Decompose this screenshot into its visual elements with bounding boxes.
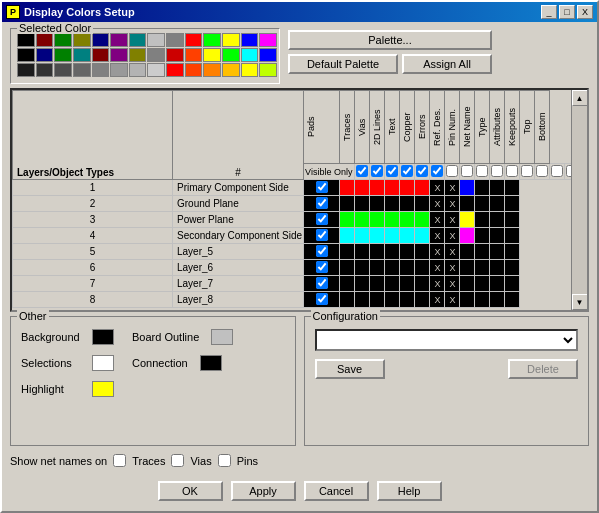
- color-cell[interactable]: [505, 292, 520, 308]
- color-cell[interactable]: [355, 244, 370, 260]
- color-cell[interactable]: [355, 292, 370, 308]
- swatch[interactable]: [259, 48, 277, 62]
- swatch[interactable]: [92, 48, 110, 62]
- color-cell[interactable]: [340, 244, 355, 260]
- color-cell[interactable]: [340, 228, 355, 244]
- connection-color-box[interactable]: [200, 355, 222, 371]
- highlight-color-box[interactable]: [92, 381, 114, 397]
- minimize-button[interactable]: _: [541, 5, 557, 19]
- color-cell[interactable]: [355, 180, 370, 196]
- color-cell[interactable]: [370, 260, 385, 276]
- swatch[interactable]: [222, 48, 240, 62]
- background-color-box[interactable]: [92, 329, 114, 345]
- color-cell[interactable]: [490, 244, 505, 260]
- swatch[interactable]: [129, 63, 147, 77]
- swatch[interactable]: [166, 33, 184, 47]
- color-cell[interactable]: [340, 276, 355, 292]
- color-cell[interactable]: [505, 276, 520, 292]
- color-cell[interactable]: [400, 244, 415, 260]
- swatch[interactable]: [36, 33, 54, 47]
- layer-visible-checkbox[interactable]: [304, 260, 340, 276]
- color-cell[interactable]: [385, 228, 400, 244]
- color-cell[interactable]: [490, 228, 505, 244]
- swatch[interactable]: [73, 48, 91, 62]
- palette-button[interactable]: Palette...: [288, 30, 492, 50]
- swatch[interactable]: [222, 63, 240, 77]
- swatch[interactable]: [92, 63, 110, 77]
- color-cell[interactable]: [415, 260, 430, 276]
- vis-check-vias[interactable]: [385, 164, 400, 180]
- vis-check-refdes[interactable]: [460, 164, 475, 180]
- vias-checkbox[interactable]: [171, 454, 184, 467]
- color-cell[interactable]: [340, 292, 355, 308]
- vis-check-top[interactable]: [550, 164, 565, 180]
- vis-check-keepouts[interactable]: [535, 164, 550, 180]
- color-cell[interactable]: [370, 196, 385, 212]
- pins-checkbox[interactable]: [218, 454, 231, 467]
- close-button[interactable]: X: [577, 5, 593, 19]
- color-cell[interactable]: [385, 292, 400, 308]
- swatch[interactable]: [259, 33, 277, 47]
- default-palette-button[interactable]: Default Palette: [288, 54, 398, 74]
- cancel-button[interactable]: Cancel: [304, 481, 369, 501]
- vis-check-2dlines[interactable]: [400, 164, 415, 180]
- color-cell[interactable]: [490, 276, 505, 292]
- vis-check-pads[interactable]: [355, 164, 370, 180]
- color-cell[interactable]: [415, 196, 430, 212]
- swatch[interactable]: [54, 48, 72, 62]
- color-cell[interactable]: [355, 212, 370, 228]
- color-cell[interactable]: [460, 180, 475, 196]
- vis-check-netname[interactable]: [490, 164, 505, 180]
- swatch[interactable]: [17, 33, 35, 47]
- layer-visible-checkbox[interactable]: [304, 228, 340, 244]
- color-cell[interactable]: [370, 292, 385, 308]
- color-cell[interactable]: [475, 212, 490, 228]
- swatch[interactable]: [110, 48, 128, 62]
- vis-check-copper[interactable]: [430, 164, 445, 180]
- swatch[interactable]: [36, 48, 54, 62]
- board-outline-color-box[interactable]: [211, 329, 233, 345]
- swatch[interactable]: [241, 63, 259, 77]
- color-cell[interactable]: [475, 292, 490, 308]
- color-cell[interactable]: [400, 292, 415, 308]
- color-cell[interactable]: [385, 244, 400, 260]
- swatch[interactable]: [185, 33, 203, 47]
- help-button[interactable]: Help: [377, 481, 442, 501]
- swatch[interactable]: [73, 33, 91, 47]
- vis-check-text[interactable]: [415, 164, 430, 180]
- layer-visible-checkbox[interactable]: [304, 244, 340, 260]
- color-cell[interactable]: [355, 260, 370, 276]
- color-cell[interactable]: [400, 212, 415, 228]
- color-cell[interactable]: [355, 228, 370, 244]
- color-cell[interactable]: [460, 276, 475, 292]
- layer-visible-checkbox[interactable]: [304, 180, 340, 196]
- color-cell[interactable]: [340, 260, 355, 276]
- swatch[interactable]: [147, 63, 165, 77]
- config-select[interactable]: [315, 329, 579, 351]
- layer-visible-checkbox[interactable]: [304, 276, 340, 292]
- swatch[interactable]: [110, 63, 128, 77]
- swatch[interactable]: [92, 33, 110, 47]
- color-cell[interactable]: [385, 212, 400, 228]
- color-cell[interactable]: [415, 276, 430, 292]
- layer-visible-checkbox[interactable]: [304, 212, 340, 228]
- color-cell[interactable]: [490, 180, 505, 196]
- color-cell[interactable]: [415, 228, 430, 244]
- swatch[interactable]: [241, 33, 259, 47]
- scroll-track[interactable]: [572, 106, 587, 294]
- swatch[interactable]: [36, 63, 54, 77]
- color-cell[interactable]: [460, 228, 475, 244]
- swatch[interactable]: [129, 33, 147, 47]
- swatch[interactable]: [17, 63, 35, 77]
- color-cell[interactable]: [505, 212, 520, 228]
- color-cell[interactable]: [475, 196, 490, 212]
- swatch-selected[interactable]: [166, 48, 184, 62]
- scroll-up-arrow[interactable]: ▲: [572, 90, 588, 106]
- color-cell[interactable]: [505, 180, 520, 196]
- swatch[interactable]: [17, 48, 35, 62]
- maximize-button[interactable]: □: [559, 5, 575, 19]
- color-cell[interactable]: [340, 180, 355, 196]
- color-cell[interactable]: [385, 260, 400, 276]
- selections-color-box[interactable]: [92, 355, 114, 371]
- color-cell[interactable]: [415, 244, 430, 260]
